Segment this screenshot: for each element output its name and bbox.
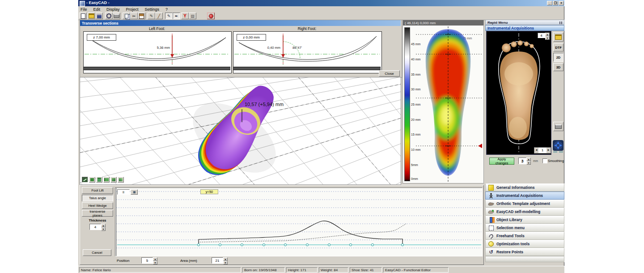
transverse-planes-button[interactable]: transverse planes [82,210,113,217]
caliper-tool-button[interactable]: Y [181,13,189,19]
apply-changes-button[interactable]: Apply changes [489,158,514,165]
open-button[interactable] [88,13,95,19]
view-buttons-strip [82,177,124,183]
pressure-map[interactable] [415,26,483,182]
menu-help[interactable]: ? [165,7,168,12]
spin-down-icon[interactable]: ▼ [526,161,531,165]
coordinates-readout: ( 46,114) 0,000 mm [403,20,483,26]
menu-project[interactable]: Project [126,7,139,12]
menu-settings[interactable]: Settings [145,7,160,12]
chart-mode-button[interactable] [131,189,138,195]
spin-up-icon[interactable]: ▲ [223,257,228,261]
cut-button[interactable]: ✂ [130,13,138,19]
menu-freehand-tools[interactable]: Freehand Tools [485,232,564,240]
print-button[interactable] [113,13,120,19]
menu-selfmodelling[interactable]: EasyCAD self-modelling [485,208,564,216]
profile-chart[interactable]: II y=50 [115,188,483,256]
open-folder-icon [89,13,94,18]
foot-photo-viewer[interactable]: 4 ▲▼ ◄ 1 ► [486,31,551,155]
spin-up-icon[interactable]: ▲ [101,224,106,227]
print-acquisition-button[interactable] [553,122,564,131]
rapid-menu-header[interactable]: Rapid Menu [485,20,564,25]
window-title: - EasyCAD - [86,0,110,5]
record-button[interactable] [207,13,215,19]
spin-up-icon[interactable]: ▲ [526,158,531,161]
view-3d-button[interactable]: 3D [553,63,564,71]
save-button[interactable] [95,13,103,19]
probe-icon: ✒ [175,14,178,18]
library-icon [488,217,494,223]
photo-bottom-spinner[interactable]: ◄ 1 ► [534,147,551,154]
spin-down-icon[interactable]: ▼ [545,36,550,40]
load-acquisition-button[interactable] [553,32,564,42]
menu-instrumental-acquisitions[interactable]: Instrumental Acquisitions [485,192,564,200]
database-button[interactable]: ▤ [189,13,196,19]
copy-button[interactable] [123,13,130,19]
transverse-sections-panel: Transverse sections Left Foot: Right Foo… [80,20,402,78]
dtf-button[interactable]: DTF [553,43,564,51]
pin-icon[interactable] [559,21,560,24]
right-foot-section-plot[interactable]: 0,40 mm 86°47' z 0,00 mm [233,31,382,73]
viewport-3d[interactable]: 10,57 (+5,94) mm [80,77,401,185]
pencil-icon: ✎ [150,14,153,18]
left-measure-label: 5,36 mm [157,46,170,50]
menu-selection[interactable]: Selection menu [485,224,564,232]
menu-file[interactable]: File [80,7,87,12]
minimize-button[interactable]: _ [547,1,552,5]
title-bar[interactable]: - EasyCAD - _ ❐ × [78,0,564,6]
chart-mode-display[interactable]: II [117,189,130,195]
area-spinner[interactable]: 21 ▲▼ [212,257,228,264]
view-button-front[interactable] [96,177,102,183]
probe-tool-button[interactable]: ✒ [173,13,180,19]
measure-tool-button[interactable]: ✎ [148,13,155,19]
transverse-panel-header[interactable]: Transverse sections [80,20,401,26]
smoothing-checkbox[interactable] [542,158,547,163]
left-foot-section-plot[interactable]: 5,36 mm z 7,00 mm [83,31,232,73]
acquisitions-section-header[interactable]: Instrumental Acquisitions [485,25,564,31]
menu-restore-points[interactable]: ↺ Restore Points [485,248,564,256]
view-button-side[interactable] [103,177,110,183]
ruler-icon: ╱ [158,14,160,18]
close-sections-button[interactable]: Close [379,70,400,77]
cancel-button[interactable]: Cancel [83,249,111,256]
menu-optimization-tools[interactable]: Optimization tools [485,240,564,248]
spin-down-icon[interactable]: ▼ [153,261,157,264]
foot-lift-button[interactable]: Foot Lift [82,187,113,194]
section-marker-flag[interactable]: y=50 [200,189,218,194]
view-button-top[interactable] [89,177,95,183]
maximize-button[interactable]: ❐ [553,1,558,5]
ruler-tool-button[interactable]: ╱ [155,13,163,19]
thickness-value: 4 [89,224,101,230]
view-2d-button[interactable]: 2D [553,53,564,62]
spin-down-icon[interactable]: ▼ [101,227,106,231]
menu-display[interactable]: Display [106,7,120,12]
new-document-button[interactable] [79,13,87,19]
thickness-value-spinner[interactable]: 4 ▲▼ [89,224,106,230]
spin-up-icon[interactable]: ▲ [153,257,157,261]
spin-up-icon[interactable]: ▲ [545,33,550,36]
photo-top-spinner[interactable]: 4 ▲▼ [538,33,550,38]
menu-edit[interactable]: Edit [93,7,101,12]
print-preview-button[interactable] [105,13,113,19]
position-spinner[interactable]: 5 ▲▼ [141,257,157,264]
thickness-label: Thickness [80,218,115,222]
spin-down-icon[interactable]: ▼ [223,261,228,264]
arrow-right-icon[interactable]: ► [547,148,551,153]
navigate-button[interactable] [552,140,564,153]
menu-general-informations[interactable]: General Informations [485,183,564,192]
paste-button[interactable] [138,13,145,19]
pen-tool-button[interactable]: ✎ [165,13,173,19]
close-button[interactable]: × [559,1,564,5]
view-button-active[interactable] [82,177,88,183]
thickness-spinner[interactable]: 3 ▲▼ [518,158,531,164]
accordion-footer-bar[interactable] [485,256,564,262]
menu-object-library[interactable]: Object Library [485,216,564,224]
heel-wedge-button[interactable]: Heel Wedge [82,202,113,209]
arrow-left-icon[interactable]: ◄ [534,148,538,153]
view-button-iso[interactable] [110,177,117,183]
view-button-persp[interactable] [118,177,124,183]
menu-orthotic-template[interactable]: Orthotic Template adjustment [485,200,564,208]
talus-angle-button[interactable]: Talus angle [82,195,113,201]
view-icon [112,178,115,181]
selection-icon [488,225,494,231]
